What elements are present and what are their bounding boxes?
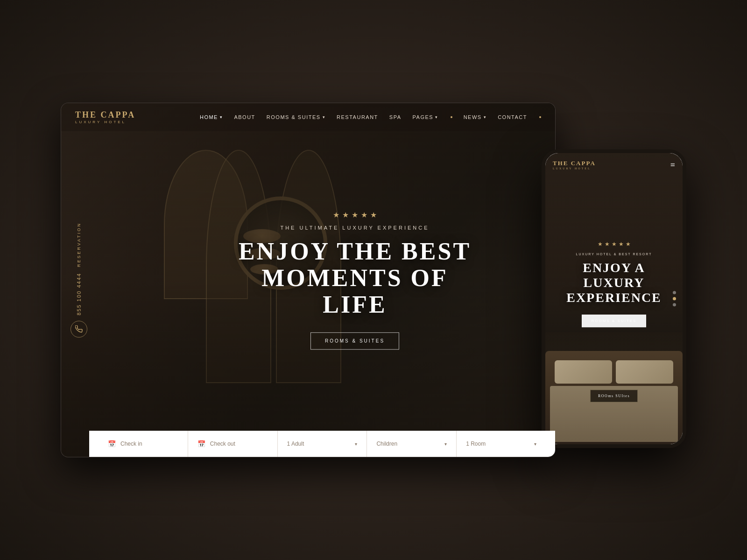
mobile-hero-content: ★ ★ ★ ★ ★ LUXURY HOTEL & BEST RESORT ENJ…	[558, 241, 670, 328]
mobile-title-line2: LUXURY	[584, 275, 645, 290]
desktop-hero-content: ★ ★ ★ ★ ★ THE ULTIMATE LUXURY EXPERIENCE…	[238, 210, 472, 350]
checkin-calendar-icon: 📅	[108, 440, 116, 448]
mobile-logo: THE CAPPA LUXURY HOTEL	[553, 160, 596, 170]
mobile-star-3: ★	[612, 241, 617, 248]
mobile-hero-subtitle: LUXURY HOTEL & BEST RESORT	[558, 252, 670, 256]
adults-field[interactable]: 1 Adult ▾	[278, 431, 367, 457]
slide-dot-3[interactable]	[673, 303, 676, 307]
star-2: ★	[342, 210, 349, 219]
rooms-label: 1 Room	[466, 441, 486, 447]
mobile-hero-title: ENJOY A LUXURY EXPERIENCE	[558, 260, 670, 306]
star-3: ★	[352, 210, 358, 219]
desktop-hero-subtitle: THE ULTIMATE LUXURY EXPERIENCE	[238, 225, 472, 231]
desktop-navbar: THE CAPPA LUXURY HOTEL HOME ABOUT ROOMS …	[61, 103, 555, 131]
mobile-star-2: ★	[605, 241, 610, 248]
desktop-logo-tagline: LUXURY HOTEL	[75, 120, 135, 124]
phone-icon-button[interactable]	[70, 321, 87, 338]
nav-link-rooms[interactable]: ROOMS & SUITES	[267, 114, 325, 120]
checkout-field[interactable]: 📅 Check out	[188, 431, 278, 457]
desktop-nav-links: HOME ABOUT ROOMS & SUITES RESTAURANT SPA…	[200, 114, 541, 120]
slide-dot-1[interactable]	[673, 291, 676, 294]
desktop-logo-name: THE CAPPA	[75, 110, 135, 120]
desktop-mockup: THE CAPPA LUXURY HOTEL HOME ABOUT ROOMS …	[61, 103, 556, 457]
mobile-menu-icon[interactable]: ≡	[670, 160, 675, 170]
pillow-right	[616, 360, 673, 384]
mobile-mockup: THE CAPPA LUXURY HOTEL ≡ ★ ★ ★ ★ ★ LUXUR…	[542, 149, 686, 448]
mobile-title-line3: EXPERIENCE	[566, 290, 662, 305]
side-reservation: RESERVATION 855 100 4444	[70, 222, 87, 337]
mobile-navbar: THE CAPPA LUXURY HOTEL ≡	[545, 153, 683, 176]
nav-dot-decoration	[451, 116, 452, 118]
mobile-star-1: ★	[598, 241, 603, 248]
children-chevron-icon: ▾	[444, 441, 447, 447]
hero-title-line1: ENJOY THE BEST	[239, 238, 471, 265]
desktop-logo: THE CAPPA LUXURY HOTEL	[75, 110, 135, 124]
rooms-chevron-icon: ▾	[534, 441, 536, 447]
nav-link-contact[interactable]: CONTACT	[498, 114, 527, 120]
desktop-hero-cta-button[interactable]: ROOMS & SUITES	[310, 332, 399, 350]
mobile-hero-cta-button[interactable]: ROOMS & SUITES	[582, 315, 647, 328]
slide-dot-2[interactable]	[673, 297, 676, 301]
mobile-stars: ★ ★ ★ ★ ★	[558, 241, 670, 248]
nav-link-pages[interactable]: PAGES	[413, 114, 438, 120]
booking-bar: 📅 Check in 📅 Check out 1 Adult ▾ Childre…	[89, 431, 555, 457]
mobile-rooms-suites-label[interactable]: ROOms SUItes	[590, 390, 638, 402]
mobile-title-line1: ENJOY A	[583, 260, 645, 275]
desktop-stars: ★ ★ ★ ★ ★	[238, 210, 472, 219]
checkin-field[interactable]: 📅 Check in	[99, 431, 188, 457]
checkout-calendar-icon: 📅	[197, 440, 205, 448]
checkin-label: Check in	[120, 441, 142, 447]
mobile-bed-area	[545, 332, 683, 444]
star-4: ★	[361, 210, 367, 219]
adults-chevron-icon: ▾	[355, 441, 357, 447]
children-label: Children	[376, 441, 397, 447]
reservation-phone: 855 100 4444	[76, 273, 82, 315]
nav-link-about[interactable]: ABOUT	[234, 114, 255, 120]
pillow-left	[555, 360, 612, 384]
star-1: ★	[333, 210, 339, 219]
rooms-field[interactable]: 1 Room ▾	[457, 431, 546, 457]
mobile-star-5: ★	[626, 241, 631, 248]
desktop-hero-title: ENJOY THE BEST MOMENTS OF LIFE	[238, 238, 472, 318]
nav-dot-decoration-2	[539, 116, 541, 118]
mobile-logo-name: THE CAPPA	[553, 160, 596, 167]
adults-label: 1 Adult	[287, 441, 304, 447]
nav-link-spa[interactable]: SPA	[389, 114, 402, 120]
star-5: ★	[370, 210, 377, 219]
pillow-row	[555, 360, 673, 384]
mobile-star-4: ★	[619, 241, 624, 248]
checkout-label: Check out	[210, 441, 235, 447]
mobile-inner: THE CAPPA LUXURY HOTEL ≡ ★ ★ ★ ★ ★ LUXUR…	[545, 153, 683, 444]
mobile-logo-tagline: LUXURY HOTEL	[553, 167, 596, 170]
nav-link-restaurant[interactable]: RESTAURANT	[337, 114, 378, 120]
scene-wrapper: THE CAPPA LUXURY HOTEL HOME ABOUT ROOMS …	[61, 103, 686, 457]
nav-link-home[interactable]: HOME	[200, 114, 223, 120]
desktop-hero-bg: THE CAPPA LUXURY HOTEL HOME ABOUT ROOMS …	[61, 103, 555, 457]
mobile-slide-dots	[673, 291, 676, 307]
reservation-label: RESERVATION	[77, 222, 81, 267]
children-field[interactable]: Children ▾	[367, 431, 457, 457]
nav-link-news[interactable]: NEWS	[464, 114, 487, 120]
hero-title-line2: MOMENTS OF LIFE	[261, 265, 448, 318]
